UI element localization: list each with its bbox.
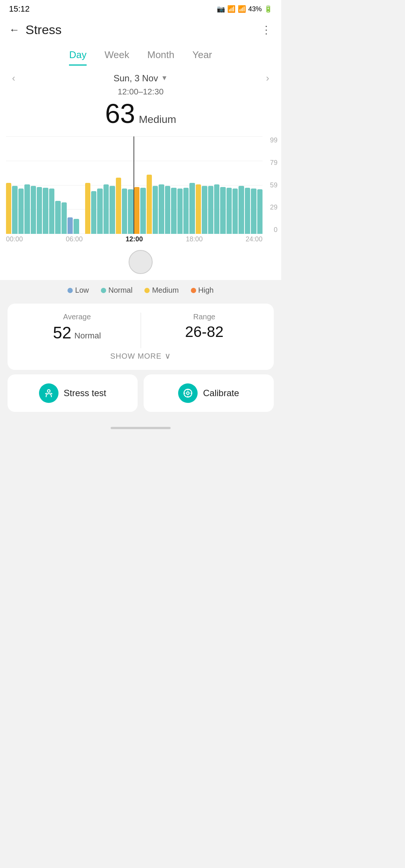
chart-bar[interactable] bbox=[171, 188, 176, 234]
legend-medium-label: Medium bbox=[152, 286, 178, 295]
chart-bar[interactable] bbox=[97, 189, 102, 234]
scroll-thumb[interactable] bbox=[129, 250, 153, 274]
prev-date-button[interactable]: ‹ bbox=[12, 72, 15, 84]
date-text: Sun, 3 Nov bbox=[114, 73, 158, 84]
y-label-79: 79 bbox=[264, 159, 278, 167]
calibrate-label: Calibrate bbox=[203, 388, 239, 398]
stress-test-label: Stress test bbox=[64, 388, 106, 398]
chart-bar[interactable] bbox=[6, 183, 11, 234]
chart-bar[interactable] bbox=[91, 191, 96, 234]
chart-bar[interactable] bbox=[37, 187, 42, 234]
normal-dot bbox=[101, 288, 106, 293]
chart-bar[interactable] bbox=[214, 184, 219, 234]
stats-card: Average 52 Normal Range 26-82 SHOW MORE … bbox=[8, 304, 274, 370]
tab-day[interactable]: Day bbox=[69, 49, 86, 66]
chart-bar[interactable] bbox=[49, 189, 54, 234]
chart-bar[interactable] bbox=[74, 219, 79, 234]
date-navigation: ‹ Sun, 3 Nov ▼ › bbox=[0, 66, 281, 85]
signal-icon: 📶 bbox=[238, 5, 246, 13]
legend-low: Low bbox=[68, 286, 89, 295]
calibrate-button[interactable]: Calibrate bbox=[144, 374, 274, 412]
chart-bar[interactable] bbox=[177, 189, 183, 234]
chart-bar[interactable] bbox=[43, 188, 48, 234]
header-left: ← Stress bbox=[9, 22, 62, 37]
chart-legend: Low Normal Medium High bbox=[0, 280, 281, 301]
more-menu-button[interactable]: ⋮ bbox=[261, 24, 272, 36]
chart-bar[interactable] bbox=[110, 186, 115, 234]
y-label-99: 99 bbox=[264, 136, 278, 144]
chart-bar[interactable] bbox=[208, 186, 213, 234]
chart-bar[interactable] bbox=[251, 189, 256, 234]
chart-bar[interactable] bbox=[12, 186, 17, 234]
y-label-0: 0 bbox=[264, 226, 278, 234]
chart-bar[interactable] bbox=[159, 184, 164, 234]
chart-bar[interactable] bbox=[31, 186, 36, 234]
back-button[interactable]: ← bbox=[9, 24, 20, 36]
chart-bar[interactable] bbox=[128, 189, 133, 234]
show-more-button[interactable]: SHOW MORE ∨ bbox=[14, 348, 268, 367]
average-unit: Normal bbox=[74, 331, 101, 341]
chart-bar[interactable] bbox=[226, 188, 232, 234]
battery-icon: 🔋 bbox=[264, 5, 272, 13]
chart-bar[interactable] bbox=[140, 188, 146, 234]
chart-bar[interactable] bbox=[147, 175, 152, 234]
legend-normal-label: Normal bbox=[108, 286, 132, 295]
chart-bar[interactable] bbox=[62, 202, 67, 234]
legend-medium: Medium bbox=[144, 286, 178, 295]
legend-normal: Normal bbox=[101, 286, 132, 295]
range-value: 26-82 bbox=[185, 323, 224, 340]
chart-x-axis: 00:00 06:00 12:00 18:00 24:00 bbox=[0, 234, 281, 246]
chart-bar[interactable] bbox=[153, 186, 158, 234]
chart-bar[interactable] bbox=[85, 183, 90, 234]
stress-chart: 99 79 59 29 0 00:00 06:00 12:00 18:00 24… bbox=[0, 133, 281, 280]
x-label-1800: 18:00 bbox=[186, 235, 202, 243]
chart-bar[interactable] bbox=[134, 187, 140, 234]
medium-dot bbox=[144, 288, 150, 293]
next-date-button[interactable]: › bbox=[266, 72, 269, 84]
chart-bar[interactable] bbox=[220, 187, 225, 234]
average-label: Average bbox=[20, 313, 135, 321]
chart-bar[interactable] bbox=[257, 189, 262, 234]
battery-label: 43% bbox=[248, 5, 262, 13]
status-time: 15:12 bbox=[9, 4, 30, 14]
average-value: 52 bbox=[53, 323, 71, 342]
chart-bar[interactable] bbox=[68, 217, 73, 234]
tab-month[interactable]: Month bbox=[147, 49, 174, 66]
chart-bar[interactable] bbox=[104, 184, 109, 234]
stats-range: Range 26-82 bbox=[141, 313, 268, 348]
x-label-2400: 24:00 bbox=[246, 235, 262, 243]
action-row: Stress test Calibrate bbox=[8, 374, 274, 412]
high-dot bbox=[191, 288, 196, 293]
tab-year[interactable]: Year bbox=[192, 49, 212, 66]
show-more-label: SHOW MORE bbox=[110, 352, 162, 361]
bluetooth-icon: 📷 bbox=[217, 5, 225, 13]
stats-row: Average 52 Normal Range 26-82 bbox=[14, 313, 268, 348]
tab-week[interactable]: Week bbox=[105, 49, 129, 66]
chart-bar[interactable] bbox=[18, 189, 24, 234]
legend-high-label: High bbox=[198, 286, 214, 295]
stress-test-button[interactable]: Stress test bbox=[8, 374, 138, 412]
chart-bar[interactable] bbox=[122, 189, 127, 234]
chart-bar[interactable] bbox=[196, 184, 201, 234]
chevron-down-icon: ∨ bbox=[165, 351, 171, 361]
chart-bar[interactable] bbox=[189, 183, 195, 234]
scroll-handle-area bbox=[0, 246, 281, 280]
chart-bar[interactable] bbox=[183, 188, 189, 234]
chart-bar[interactable] bbox=[165, 186, 170, 234]
chart-bar[interactable] bbox=[245, 188, 250, 234]
low-dot bbox=[68, 288, 73, 293]
chart-bars[interactable] bbox=[6, 136, 278, 234]
x-label-0000: 00:00 bbox=[6, 235, 23, 243]
calibrate-icon bbox=[178, 383, 198, 403]
chart-bar[interactable] bbox=[24, 184, 30, 234]
date-display[interactable]: Sun, 3 Nov ▼ bbox=[114, 73, 168, 84]
chart-bar[interactable] bbox=[238, 186, 244, 234]
chart-bar[interactable] bbox=[116, 178, 121, 234]
chart-bar[interactable] bbox=[202, 186, 207, 234]
svg-point-0 bbox=[47, 390, 50, 392]
x-label-0600: 06:00 bbox=[66, 235, 82, 243]
header: ← Stress ⋮ bbox=[0, 18, 281, 43]
page-title: Stress bbox=[26, 22, 62, 37]
chart-bar[interactable] bbox=[55, 201, 60, 234]
chart-bar[interactable] bbox=[232, 189, 238, 234]
